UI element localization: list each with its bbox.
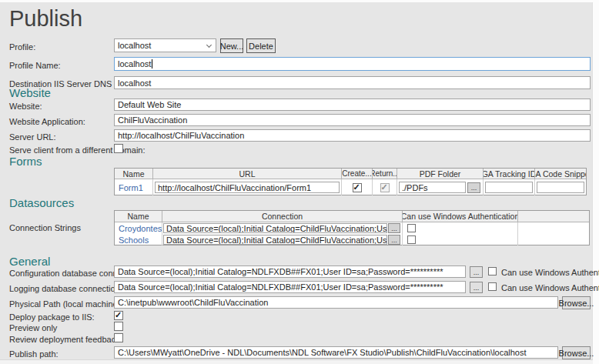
website-application-value: ChilFluVaccination xyxy=(118,115,187,125)
page-title: Publish xyxy=(9,6,82,32)
form-create-checkbox[interactable] xyxy=(353,183,362,192)
destination-dns-value: localhost xyxy=(118,78,151,88)
forms-col-pdf-folder: PDF Folder xyxy=(397,169,484,179)
config-winauth-label: Can use Windows Authentication xyxy=(501,268,599,277)
forms-col-ga-code: GA Code Snippet xyxy=(535,169,586,179)
physical-path-value: C:\inetpub\wwwroot\ChildFluVaccination xyxy=(118,298,268,307)
logging-db-browse-button[interactable]: ... xyxy=(470,282,483,293)
logging-db-label: Logging database connection: xyxy=(9,284,122,293)
forms-col-return: Return... xyxy=(373,169,397,179)
forms-col-create: Create... xyxy=(342,169,373,179)
logging-db-value: Data Source=(local);Initial Catalog=NDLF… xyxy=(118,282,443,292)
window-bottom-edge xyxy=(0,359,593,364)
publish-path-label: Publish path: xyxy=(9,349,59,359)
review-feedback-label: Review deployment feedback: xyxy=(9,335,122,344)
general-section-header: General xyxy=(9,255,50,268)
preview-only-label: Preview only xyxy=(9,323,57,332)
datasources-col-name: Name xyxy=(115,211,162,222)
website-input[interactable]: Default Web Site xyxy=(114,99,591,111)
form-pdf-folder-input[interactable]: ./PDFs xyxy=(399,182,466,193)
publish-settings-page: Publish Profile: localhost New... Delete… xyxy=(0,0,599,364)
forms-col-ga-tracking: GA Tracking ID xyxy=(484,169,535,179)
datasource-connection-browse-button[interactable]: ... xyxy=(388,223,400,233)
window-top-edge xyxy=(0,0,599,2)
website-value: Default Web Site xyxy=(118,100,181,109)
deploy-checkbox[interactable] xyxy=(114,311,123,320)
chevron-down-icon xyxy=(206,42,212,48)
datasource-winauth-checkbox[interactable] xyxy=(407,224,416,232)
datasources-col-connection: Connection xyxy=(162,211,403,222)
logging-winauth-checkbox[interactable] xyxy=(488,282,497,291)
datasource-name-link[interactable]: Croydontest xyxy=(115,224,162,233)
form-name-link[interactable]: Form1 xyxy=(115,183,143,192)
forms-table: Name URL Create... Return... PDF Folder … xyxy=(114,168,587,195)
new-profile-button[interactable]: New... xyxy=(220,38,243,53)
datasources-section-header: Datasources xyxy=(9,196,74,209)
vertical-scrollbar[interactable] xyxy=(592,2,599,364)
profile-name-label: Profile Name: xyxy=(9,61,61,70)
publish-path-value: C:\Users\MWyatt\OneDrive - NDL\Documents… xyxy=(118,348,527,357)
server-url-input[interactable]: http://localhost/ChilFluVaccination xyxy=(114,129,591,142)
form-ga-code-input[interactable] xyxy=(537,182,584,193)
form-pdf-folder-browse-button[interactable]: ... xyxy=(467,182,480,193)
logging-winauth-label: Can use Windows Authentication xyxy=(501,283,599,292)
physical-path-input[interactable]: C:\inetpub\wwwroot\ChildFluVaccination xyxy=(114,296,558,309)
profile-dropdown-value: localhost xyxy=(118,41,151,50)
datasource-row: Croydontest Data Source=(local);Initial … xyxy=(115,222,589,234)
forms-col-name: Name xyxy=(115,169,153,179)
datasources-col-winauth: Can use Windows Authentication xyxy=(403,211,518,222)
datasources-col-filler xyxy=(518,211,589,222)
profile-label: Profile: xyxy=(9,42,35,52)
physical-path-browse-button[interactable]: Browse... xyxy=(562,296,591,309)
connection-strings-label: Connection Strings xyxy=(9,223,81,232)
server-url-value: http://localhost/ChilFluVaccination xyxy=(118,131,244,140)
datasources-table-header-row: Name Connection Can use Windows Authenti… xyxy=(115,211,589,222)
destination-dns-input[interactable]: localhost xyxy=(114,76,591,89)
profile-dropdown[interactable]: localhost xyxy=(114,38,216,52)
datasource-connection-input[interactable]: Data Source=(local);Initial Catalog=Chil… xyxy=(163,223,387,233)
datasource-name-link[interactable]: Schools xyxy=(115,235,149,245)
website-application-label: Website Application: xyxy=(9,117,85,126)
form-url-input[interactable]: http://localhost/ChilFluVaccination/Form… xyxy=(155,182,340,193)
profile-name-input[interactable]: localhost xyxy=(114,57,591,71)
preview-only-checkbox[interactable] xyxy=(114,322,123,331)
form-ga-tracking-input[interactable] xyxy=(485,182,533,193)
forms-col-url: URL xyxy=(153,169,342,179)
form-pdf-folder-value: ./PDFs xyxy=(402,183,428,192)
website-application-input[interactable]: ChilFluVaccination xyxy=(114,114,591,126)
datasource-connection-value: Data Source=(local);Initial Catalog=Chil… xyxy=(166,224,387,233)
serve-client-label: Serve client from a different domain: xyxy=(9,145,146,155)
datasource-connection-input[interactable]: Data Source=(local);Initial Catalog=Chil… xyxy=(163,235,387,245)
datasource-connection-value: Data Source=(local);Initial Catalog=Chil… xyxy=(166,235,387,245)
delete-profile-button[interactable]: Delete xyxy=(246,38,276,53)
deploy-label: Deploy package to IIS: xyxy=(9,312,95,322)
server-url-label: Server URL: xyxy=(9,132,56,142)
profile-name-value: localhost xyxy=(118,59,151,68)
datasources-table: Name Connection Can use Windows Authenti… xyxy=(114,210,590,245)
config-db-value: Data Source=(local);Initial Catalog=NDLF… xyxy=(118,267,443,276)
forms-table-header-row: Name URL Create... Return... PDF Folder … xyxy=(115,169,586,179)
forms-table-row: Form1 http://localhost/ChilFluVaccinatio… xyxy=(115,179,586,195)
datasource-row: Schools Data Source=(local);Initial Cata… xyxy=(115,234,589,245)
publish-path-input[interactable]: C:\Users\MWyatt\OneDrive - NDL\Documents… xyxy=(114,346,558,359)
config-db-input[interactable]: Data Source=(local);Initial Catalog=NDLF… xyxy=(114,265,466,278)
form-url-value: http://localhost/ChilFluVaccination/Form… xyxy=(158,183,311,192)
form-return-checkbox xyxy=(380,183,390,192)
review-feedback-checkbox[interactable] xyxy=(114,333,123,342)
serve-client-checkbox[interactable] xyxy=(114,144,123,153)
website-section-header: Website xyxy=(9,86,51,99)
logging-db-input[interactable]: Data Source=(local);Initial Catalog=NDLF… xyxy=(114,281,466,293)
config-db-browse-button[interactable]: ... xyxy=(470,266,483,278)
forms-section-header: Forms xyxy=(9,155,42,168)
datasource-connection-browse-button[interactable]: ... xyxy=(388,235,400,245)
config-winauth-checkbox[interactable] xyxy=(488,267,497,276)
text-cursor xyxy=(152,59,152,68)
website-label: Website: xyxy=(9,102,42,111)
publish-path-browse-button[interactable]: Browse... xyxy=(562,346,591,359)
datasource-winauth-checkbox[interactable] xyxy=(407,235,416,244)
